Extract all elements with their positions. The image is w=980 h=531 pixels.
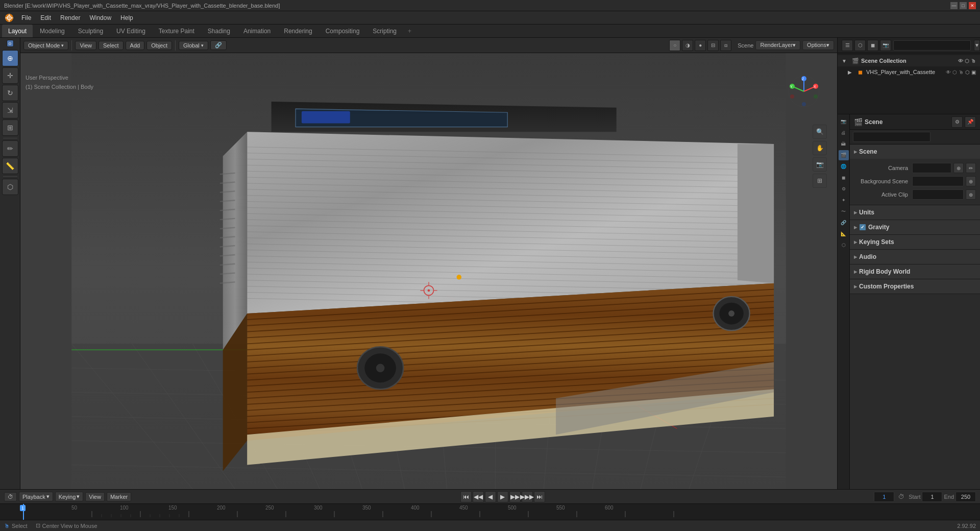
close-button[interactable]: ✕ xyxy=(969,2,976,9)
tab-sculpting[interactable]: Sculpting xyxy=(72,25,109,37)
outliner-filter-btn2[interactable]: ▼ xyxy=(974,40,980,51)
jump-end-btn[interactable]: ⏭ xyxy=(534,491,545,502)
tab-texture-paint[interactable]: Texture Paint xyxy=(153,25,201,37)
scene-props-options[interactable]: ⚙ xyxy=(951,116,963,128)
outliner-view-btn[interactable]: ☰ xyxy=(842,40,853,51)
transform-tool-button[interactable]: ⊞ xyxy=(2,119,18,136)
audio-section-header[interactable]: ▶ Audio xyxy=(850,250,980,264)
add-menu[interactable]: Add xyxy=(126,41,145,50)
next-keyframe-btn[interactable]: ▶▶ xyxy=(509,491,521,502)
outliner-mode-btn[interactable]: ◼ xyxy=(867,40,878,51)
viewport-shading-material[interactable]: ◑ xyxy=(682,40,693,51)
blender-logo[interactable] xyxy=(2,12,16,23)
scene-collection-item[interactable]: ▼ 🎬 Scene Collection 👁 ⬡ 🖱 xyxy=(838,55,980,66)
tab-shading[interactable]: Shading xyxy=(202,25,236,37)
camera-icon-btn[interactable]: 📷 xyxy=(813,157,827,172)
world-prop-icon[interactable]: 🌐 xyxy=(839,161,849,172)
add-cube-button[interactable]: ⬡ xyxy=(2,179,18,195)
active-clip-value[interactable] xyxy=(912,189,964,200)
grid-icon-btn[interactable]: ⊞ xyxy=(813,174,827,188)
constraints-prop-icon[interactable]: 🔗 xyxy=(839,218,849,228)
scale-tool-button[interactable]: ⇲ xyxy=(2,102,18,118)
object-menu[interactable]: Object xyxy=(146,41,172,50)
tab-layout[interactable]: Layout xyxy=(2,25,33,37)
viewport-shading-solid[interactable]: ○ xyxy=(669,40,680,51)
timeline-type-btn[interactable]: ⏱ xyxy=(4,492,17,501)
custom-props-header[interactable]: ▶ Custom Properties xyxy=(850,279,980,294)
outliner-search[interactable] xyxy=(893,40,971,51)
global-dropdown[interactable]: Global ▾ xyxy=(179,41,208,50)
menu-file[interactable]: File xyxy=(17,13,35,22)
menu-window[interactable]: Window xyxy=(85,13,115,22)
current-frame-input[interactable]: 1 xyxy=(874,492,894,502)
options-dropdown[interactable]: Options▾ xyxy=(802,40,834,50)
tab-scripting[interactable]: Scripting xyxy=(366,25,403,37)
scene-dropdown[interactable]: RenderLayer▾ xyxy=(755,40,800,50)
scene-canvas[interactable]: User Perspective (1) Scene Collection | … xyxy=(20,53,837,489)
bg-scene-value[interactable] xyxy=(912,176,964,186)
zoom-icon-btn[interactable]: 🔍 xyxy=(813,125,827,139)
physics-prop-icon[interactable]: 〜 xyxy=(839,206,849,216)
viewport[interactable]: Object Mode ▾ View Select Add Object Glo… xyxy=(20,38,837,489)
view-layer-prop-icon[interactable]: 🏔 xyxy=(839,139,849,149)
data-prop-icon[interactable]: 📐 xyxy=(839,229,849,239)
scene-prop-icon[interactable]: 🎬 xyxy=(839,150,849,160)
tab-compositing[interactable]: Compositing xyxy=(320,25,366,37)
scene-props-pin[interactable]: 📌 xyxy=(965,116,976,128)
tab-rendering[interactable]: Rendering xyxy=(278,25,318,37)
tab-uv-editing[interactable]: UV Editing xyxy=(110,25,152,37)
cursor-tool-button[interactable]: ⊕ xyxy=(2,50,18,66)
select-menu[interactable]: Select xyxy=(99,41,124,50)
outliner-content[interactable]: ▼ 🎬 Scene Collection 👁 ⬡ 🖱 ▶ ◼ VHS_Playe… xyxy=(838,53,980,114)
prev-frame-btn[interactable]: ◀◀ xyxy=(473,491,484,502)
outliner-render-btn[interactable]: 📷 xyxy=(880,40,891,51)
rigid-body-header[interactable]: ▶ Rigid Body World xyxy=(850,264,980,279)
viewport-shading-render[interactable]: ● xyxy=(695,40,706,51)
minimize-button[interactable]: — xyxy=(950,2,958,9)
scene-section-header[interactable]: ▶ Scene xyxy=(850,144,980,159)
keying-btn[interactable]: Keying▾ xyxy=(55,492,84,501)
menu-edit[interactable]: Edit xyxy=(36,13,55,22)
play-btn[interactable]: ▶ xyxy=(497,491,508,502)
object-mode-dropdown[interactable]: Object Mode ▾ xyxy=(23,41,68,50)
material-prop-icon[interactable]: ⬡ xyxy=(839,240,849,250)
tab-animation[interactable]: Animation xyxy=(237,25,277,37)
add-workspace-button[interactable]: + xyxy=(404,25,415,37)
viewport-overlay-toggle[interactable]: ⊟ xyxy=(707,40,719,51)
vhs-player-item[interactable]: ▶ ◼ VHS_Player_with_Cassette 👁 ⬡ 🖱 ⬡ ▣ xyxy=(838,66,980,78)
playback-btn[interactable]: Playback▾ xyxy=(19,492,53,501)
measure-tool-button[interactable]: 📏 xyxy=(2,158,18,174)
particles-prop-icon[interactable]: ✦ xyxy=(839,195,849,205)
keying-sets-header[interactable]: ▶ Keying Sets xyxy=(850,235,980,249)
move-tool-button[interactable]: ✛ xyxy=(2,67,18,84)
end-frame-input[interactable]: 250 xyxy=(955,492,976,502)
cursor-tool-button[interactable]: ⊙ xyxy=(7,40,14,47)
marker-btn[interactable]: Marker xyxy=(107,492,131,501)
jump-start-btn[interactable]: ⏮ xyxy=(460,491,472,502)
render-prop-icon[interactable]: 📷 xyxy=(839,116,849,127)
prev-keyframe-btn[interactable]: ◀ xyxy=(485,491,496,502)
snap-btn[interactable]: 🔗 xyxy=(210,40,227,50)
rotate-tool-button[interactable]: ↻ xyxy=(2,85,18,101)
units-section-header[interactable]: ▶ Units xyxy=(850,205,980,220)
bg-scene-btn[interactable]: ⊕ xyxy=(966,176,976,186)
output-prop-icon[interactable]: 🖨 xyxy=(839,128,849,138)
hand-icon-btn[interactable]: ✋ xyxy=(813,141,827,155)
view-menu[interactable]: View xyxy=(75,41,96,50)
camera-eyedropper[interactable]: ⊕ xyxy=(953,163,964,173)
props-search-input[interactable] xyxy=(853,132,930,142)
menu-render[interactable]: Render xyxy=(56,13,84,22)
gravity-checkbox[interactable]: ✓ xyxy=(859,224,866,231)
start-frame-input[interactable]: 1 xyxy=(922,492,942,502)
next-frame-btn[interactable]: ▶▶▶ xyxy=(522,491,533,502)
camera-edit[interactable]: ✏ xyxy=(966,163,976,173)
nav-gizmo[interactable]: Z X Y xyxy=(786,74,827,114)
tab-modeling[interactable]: Modeling xyxy=(34,25,71,37)
modifier-prop-icon[interactable]: ⚙ xyxy=(839,184,849,194)
xray-toggle[interactable]: ⧈ xyxy=(720,40,731,51)
camera-value[interactable] xyxy=(912,163,951,173)
menu-help[interactable]: Help xyxy=(116,13,137,22)
annotate-tool-button[interactable]: ✏ xyxy=(2,140,18,157)
object-prop-icon[interactable]: ◼ xyxy=(839,173,849,183)
outliner-filter-btn[interactable]: ⬡ xyxy=(854,40,866,51)
